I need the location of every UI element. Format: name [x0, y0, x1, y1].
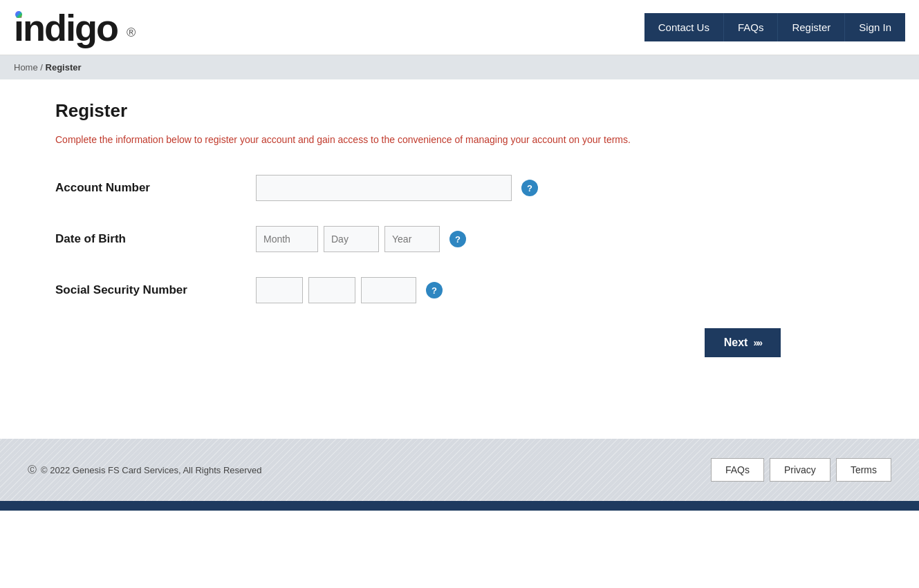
footer-bar	[0, 501, 919, 511]
faqs-nav-button[interactable]: FAQs	[724, 13, 779, 41]
footer-privacy-button[interactable]: Privacy	[770, 458, 830, 482]
dob-month-input[interactable]	[256, 226, 318, 252]
dob-day-input[interactable]	[324, 226, 379, 252]
next-button[interactable]: Next »»	[705, 328, 781, 357]
main-content: Register Complete the information below …	[0, 79, 919, 439]
logo-registered: ®	[127, 25, 136, 39]
header: i i ndigo ® Contact Us FAQs Register Sig…	[0, 0, 919, 55]
copyright-text: © 2022 Genesis FS Card Services, All Rig…	[41, 465, 262, 475]
nav-buttons: Contact Us FAQs Register Sign In	[644, 13, 905, 41]
ssn-help-icon[interactable]: ?	[426, 282, 443, 298]
dob-year-input[interactable]	[384, 226, 440, 252]
next-chevrons-icon: »»	[753, 337, 761, 348]
ssn-row: Social Security Number ?	[55, 277, 864, 303]
dob-label: Date of Birth	[55, 232, 256, 246]
ssn-label: Social Security Number	[55, 283, 256, 297]
button-row: Next »»	[55, 328, 864, 357]
dob-row: Date of Birth ?	[55, 226, 864, 252]
breadcrumb-home[interactable]: Home	[14, 62, 38, 73]
ssn-part1-input[interactable]	[256, 277, 303, 303]
account-number-help-icon[interactable]: ?	[521, 180, 538, 196]
account-number-label: Account Number	[55, 181, 256, 195]
contact-us-button[interactable]: Contact Us	[644, 13, 724, 41]
breadcrumb-separator: /	[40, 62, 45, 73]
account-number-input[interactable]	[256, 175, 512, 201]
next-button-label: Next	[724, 336, 748, 349]
dob-help-icon[interactable]: ?	[449, 231, 466, 247]
footer-faqs-button[interactable]: FAQs	[711, 458, 764, 482]
footer-copyright: Ⓒ © 2022 Genesis FS Card Services, All R…	[28, 464, 262, 476]
page-title: Register	[55, 100, 864, 122]
logo: i i ndigo ®	[14, 9, 136, 46]
ssn-part2-input[interactable]	[308, 277, 355, 303]
sign-in-button[interactable]: Sign In	[845, 13, 905, 41]
breadcrumb-bar: Home / Register	[0, 55, 919, 79]
footer: Ⓒ © 2022 Genesis FS Card Services, All R…	[0, 439, 919, 501]
page-subtitle: Complete the information below to regist…	[55, 133, 864, 147]
ssn-controls: ?	[256, 277, 443, 303]
register-nav-button[interactable]: Register	[778, 13, 845, 41]
copyright-symbol: Ⓒ	[28, 464, 37, 476]
account-number-row: Account Number ?	[55, 175, 864, 201]
footer-terms-button[interactable]: Terms	[836, 458, 891, 482]
breadcrumb: Home / Register	[14, 62, 905, 73]
footer-links: FAQs Privacy Terms	[711, 458, 891, 482]
dob-controls: ?	[256, 226, 466, 252]
ssn-part3-input[interactable]	[361, 277, 416, 303]
account-number-controls: ?	[256, 175, 538, 201]
breadcrumb-current: Register	[46, 62, 82, 73]
